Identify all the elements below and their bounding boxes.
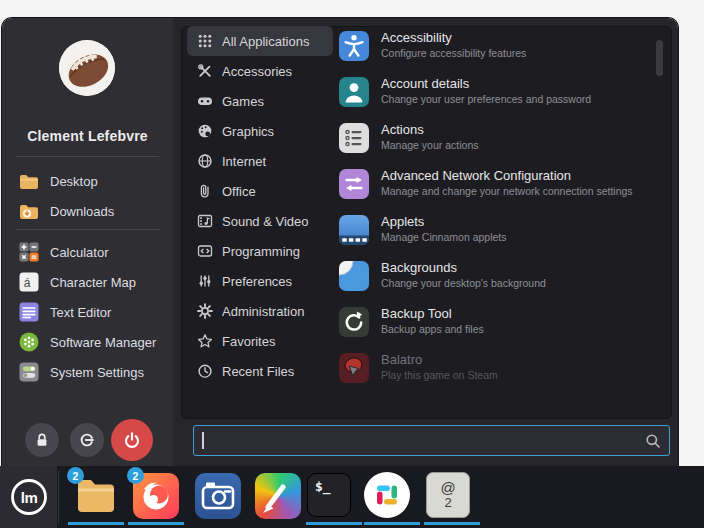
sliders-icon	[196, 273, 213, 290]
at-document-icon: @ 2	[426, 472, 470, 518]
open-window-indicator	[424, 522, 480, 525]
app-description: Manage Cinnamon applets	[381, 231, 507, 243]
user-name: Clement Lefebvre	[2, 128, 173, 144]
app-description: Change your user preferences and passwor…	[381, 93, 591, 105]
category-preferences[interactable]: Preferences	[187, 266, 333, 296]
category-label: Accessories	[222, 64, 292, 79]
power-icon	[122, 430, 142, 450]
category-internet[interactable]: Internet	[187, 146, 333, 176]
category-label: Recent Files	[222, 364, 294, 379]
category-label: Favorites	[222, 334, 275, 349]
application-list: Accessibility Configure accessibility fe…	[339, 24, 649, 392]
actions-icon	[339, 123, 369, 153]
app-description: Manage your actions	[381, 139, 478, 151]
app-title: Accessibility	[381, 30, 452, 45]
sidebar-item-desktop[interactable]: Desktop	[2, 166, 173, 196]
app-title: Balatro	[381, 352, 422, 367]
menu-button[interactable]: lm	[0, 466, 57, 528]
menu-main-area: All Applications Accessories	[173, 18, 678, 466]
category-favorites[interactable]: Favorites	[187, 326, 333, 356]
calculator-icon	[18, 241, 40, 263]
category-sound-video[interactable]: Sound & Video	[187, 206, 333, 236]
sidebar-item-text-editor[interactable]: Text Editor	[2, 297, 173, 327]
applets-icon	[339, 215, 369, 245]
category-label: Preferences	[222, 274, 292, 289]
sidebar-item-character-map[interactable]: á Character Map	[2, 267, 173, 297]
notification-badge: 2	[67, 467, 84, 484]
app-item-account-details[interactable]: Account details Change your user prefere…	[339, 70, 649, 116]
app-description: Backup apps and files	[381, 323, 484, 335]
mint-menu-popup: Clement Lefebvre Desktop	[2, 18, 678, 466]
app-item-actions[interactable]: Actions Manage your actions	[339, 116, 649, 162]
app-item-applets[interactable]: Applets Manage Cinnamon applets	[339, 208, 649, 254]
taskbar-item-terminal[interactable]: $_	[306, 472, 362, 520]
category-recent-files[interactable]: Recent Files	[187, 356, 333, 386]
sidebar-item-system-settings[interactable]: System Settings	[2, 357, 173, 387]
taskbar-item-text-window[interactable]: @ 2	[424, 472, 480, 520]
lock-icon	[33, 431, 51, 449]
category-label: All Applications	[222, 34, 309, 49]
logout-button[interactable]	[70, 423, 104, 457]
lock-screen-button[interactable]	[25, 423, 59, 457]
star-icon	[196, 333, 213, 350]
tools-icon	[196, 63, 213, 80]
code-icon	[196, 243, 213, 260]
sidebar-item-label: Downloads	[50, 204, 114, 219]
grid-icon	[196, 33, 213, 50]
sidebar-item-calculator[interactable]: Calculator	[2, 237, 173, 267]
app-item-backup-tool[interactable]: Backup Tool Backup apps and files	[339, 300, 649, 346]
panel-separator	[58, 471, 59, 523]
taskbar: lm 2 2	[0, 466, 704, 528]
open-window-indicator	[364, 522, 420, 525]
balatro-icon	[339, 353, 369, 383]
app-item-accessibility[interactable]: Accessibility Configure accessibility fe…	[339, 24, 649, 70]
sidebar-item-downloads[interactable]: Downloads	[2, 196, 173, 226]
category-accessories[interactable]: Accessories	[187, 56, 333, 86]
folder-icon	[18, 170, 40, 192]
category-list: All Applications Accessories	[187, 26, 333, 386]
taskbar-item-slack[interactable]	[364, 472, 420, 520]
gamepad-icon	[196, 93, 213, 110]
taskbar-item-firefox[interactable]: 2	[128, 472, 184, 520]
charmap-icon: á	[18, 271, 40, 293]
app-item-balatro[interactable]: Balatro Play this game on Steam	[339, 346, 649, 392]
search-icon	[645, 433, 661, 449]
app-title: Backup Tool	[381, 306, 452, 321]
taskbar-item-drawing-app[interactable]	[250, 472, 306, 520]
taskbar-item-screenshot-tool[interactable]	[190, 472, 246, 520]
svg-text:lm: lm	[20, 489, 37, 506]
sidebar-item-label: Character Map	[50, 275, 136, 290]
search-input[interactable]	[202, 428, 637, 453]
shutdown-button[interactable]	[111, 419, 153, 461]
terminal-icon: $_	[307, 473, 351, 517]
category-office[interactable]: Office	[187, 176, 333, 206]
app-title: Actions	[381, 122, 424, 137]
app-title: Advanced Network Configuration	[381, 168, 571, 183]
category-label: Graphics	[222, 124, 274, 139]
palette-icon	[196, 123, 213, 140]
globe-icon	[196, 153, 213, 170]
app-item-advanced-network-configuration[interactable]: Advanced Network Configuration Manage an…	[339, 162, 649, 208]
sidebar-item-label: Desktop	[50, 174, 98, 189]
category-label: Programming	[222, 244, 300, 259]
scrollbar-thumb[interactable]	[656, 40, 663, 76]
app-description: Manage and change your network connectio…	[381, 185, 633, 197]
app-title: Account details	[381, 76, 469, 91]
sidebar-item-software-manager[interactable]: Software Manager	[2, 327, 173, 357]
app-item-backgrounds[interactable]: Backgrounds Change your desktop's backgr…	[339, 254, 649, 300]
divider	[16, 229, 159, 230]
backgrounds-icon	[339, 261, 369, 291]
sidebar-item-label: Calculator	[50, 245, 109, 260]
folder-download-icon	[18, 200, 40, 222]
accessibility-icon	[339, 31, 369, 61]
taskbar-item-files[interactable]: 2	[68, 472, 124, 520]
category-games[interactable]: Games	[187, 86, 333, 116]
avatar[interactable]	[59, 40, 115, 96]
category-all-applications[interactable]: All Applications	[187, 26, 333, 56]
linuxmint-logo: lm	[9, 477, 49, 517]
category-administration[interactable]: Administration	[187, 296, 333, 326]
category-graphics[interactable]: Graphics	[187, 116, 333, 146]
camera-icon	[195, 473, 241, 519]
app-title: Backgrounds	[381, 260, 457, 275]
category-programming[interactable]: Programming	[187, 236, 333, 266]
